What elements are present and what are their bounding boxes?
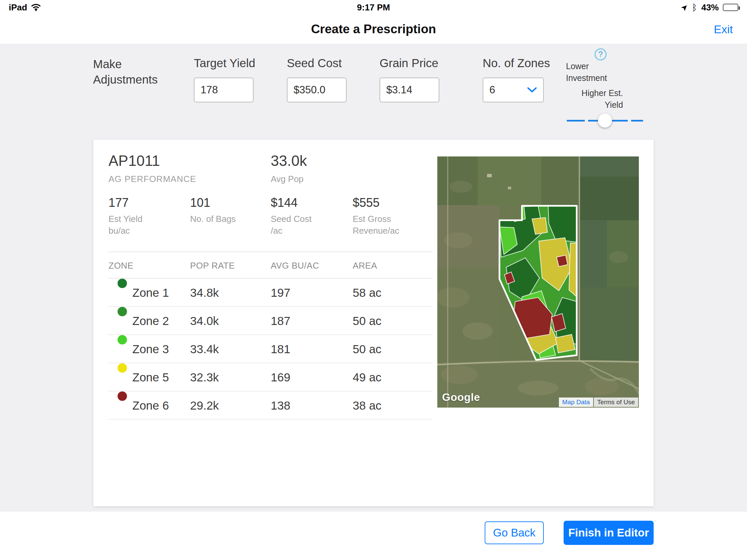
avg-pop-value: 33.0k (271, 153, 307, 169)
zone-color-dot (118, 363, 127, 373)
table-row: Zone 3 33.4k 181 50 ac (108, 335, 433, 363)
table-row: Zone 5 32.3k 169 49 ac (108, 363, 433, 392)
higher-yield-label: Higher Est. Yield (566, 87, 623, 111)
zone-color-dot (118, 279, 127, 288)
help-icon[interactable]: ? (594, 48, 607, 60)
prescription-summary-card: AP1011 AG PERFORMANCE 33.0k Avg Pop 177 … (93, 140, 654, 506)
target-yield-label: Target Yield (194, 56, 255, 70)
battery-icon (723, 4, 738, 11)
finish-in-editor-button[interactable]: Finish in Editor (564, 521, 654, 545)
stat-seed-cost: $144 Seed Cost /ac (271, 196, 321, 237)
zones-value: 6 (489, 84, 495, 96)
footer-bar: Go Back Finish in Editor (0, 512, 747, 560)
nav-bar: Create a Prescription Exit (0, 15, 747, 44)
map-data-link[interactable]: Map Data (559, 398, 593, 407)
google-logo: Google (442, 391, 480, 404)
table-row: Zone 1 34.8k 197 58 ac (108, 279, 433, 307)
field-subtitle: AG PERFORMANCE (108, 174, 196, 184)
zones-label: No. of Zones (483, 56, 550, 70)
seed-cost-label: Seed Cost (287, 56, 342, 70)
zone-color-dot (118, 392, 127, 401)
field-name: AP1011 (108, 153, 160, 169)
exit-button[interactable]: Exit (714, 23, 733, 36)
screen: iPad 9:17 PM ➤ ᛒ 43% Create a Prescripti… (0, 0, 747, 560)
stat-bags: 101 No. of Bags (190, 196, 240, 225)
stat-est-yield: 177 Est Yield bu/ac (108, 196, 159, 237)
field-map[interactable]: Google Map Data Terms of Use (437, 156, 639, 407)
investment-yield-slider[interactable] (567, 113, 643, 128)
go-back-button[interactable]: Go Back (485, 522, 544, 544)
tradeoff-slider-block: ? Lower Investment Higher Est. Yield (566, 44, 644, 140)
table-row: Zone 2 34.0k 187 50 ac (108, 307, 433, 335)
zone-table-header: ZONE POP RATE AVG BU/AC AREA (108, 251, 433, 279)
status-bar: iPad 9:17 PM ➤ ᛒ 43% (0, 0, 747, 15)
zone-color-dot (118, 307, 127, 316)
chevron-down-icon (527, 87, 537, 93)
stat-gross-revenue: $555 Est Gross Revenue/ac (353, 196, 403, 237)
grain-price-input[interactable] (380, 78, 439, 102)
zone-color-dot (118, 335, 127, 344)
zones-dropdown[interactable]: 6 (483, 78, 544, 102)
target-yield-input[interactable] (194, 78, 254, 102)
clock: 9:17 PM (357, 2, 390, 13)
terms-of-use-link[interactable]: Terms of Use (594, 398, 638, 407)
grain-price-label: Grain Price (380, 56, 438, 70)
adjustments-bar: Make Adjustments Target Yield Seed Cost … (0, 44, 747, 140)
location-icon: ➤ (679, 2, 690, 13)
make-adjustments-label: Make Adjustments (93, 56, 163, 87)
zone-table: ZONE POP RATE AVG BU/AC AREA Zone 1 34.8… (108, 251, 433, 420)
battery-percent: 43% (701, 2, 719, 13)
bluetooth-icon: ᛒ (692, 2, 697, 13)
device-label: iPad (9, 2, 27, 13)
lower-investment-label: Lower Investment (566, 60, 608, 84)
wifi-icon (31, 4, 41, 11)
slider-thumb[interactable] (598, 113, 612, 128)
seed-cost-input[interactable] (287, 78, 346, 102)
table-row: Zone 6 29.2k 138 38 ac (108, 392, 433, 420)
satellite-map-image (437, 156, 639, 407)
page-title: Create a Prescription (311, 22, 436, 36)
avg-pop-label: Avg Pop (271, 174, 304, 184)
